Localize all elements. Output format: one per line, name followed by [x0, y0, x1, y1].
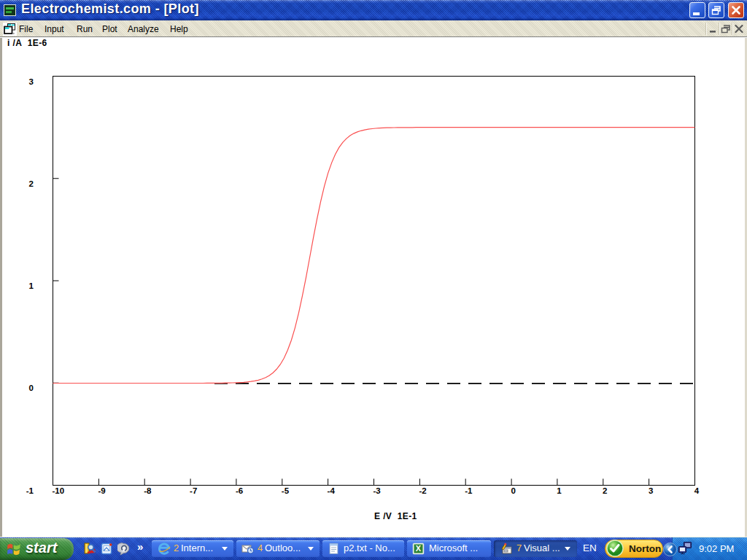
- svg-text:-2: -2: [419, 486, 426, 495]
- svg-text:X: X: [416, 544, 422, 553]
- svg-text:-10: -10: [53, 486, 65, 495]
- svg-text:1: 1: [557, 486, 562, 495]
- svg-text:2: 2: [29, 179, 34, 188]
- svg-text:1: 1: [29, 281, 34, 290]
- svg-text:-4: -4: [328, 486, 336, 495]
- svg-text:-1: -1: [26, 486, 34, 495]
- svg-text:-1: -1: [465, 486, 473, 495]
- svg-text:-9: -9: [98, 486, 105, 495]
- svg-text:2: 2: [603, 486, 607, 495]
- svg-text:E /V 1E-1: E /V 1E-1: [374, 511, 417, 521]
- svg-text:3: 3: [649, 486, 653, 495]
- svg-text:i /A 1E-6: i /A 1E-6: [7, 38, 47, 48]
- svg-text:-8: -8: [144, 486, 152, 495]
- svg-text:0: 0: [511, 486, 515, 495]
- svg-text:0: 0: [29, 384, 34, 392]
- svg-text:4: 4: [694, 486, 700, 495]
- svg-text:-3: -3: [374, 486, 381, 495]
- svg-text:-6: -6: [236, 486, 243, 495]
- svg-text:3: 3: [29, 77, 34, 86]
- svg-text:-7: -7: [190, 486, 197, 495]
- svg-text:-5: -5: [282, 486, 290, 495]
